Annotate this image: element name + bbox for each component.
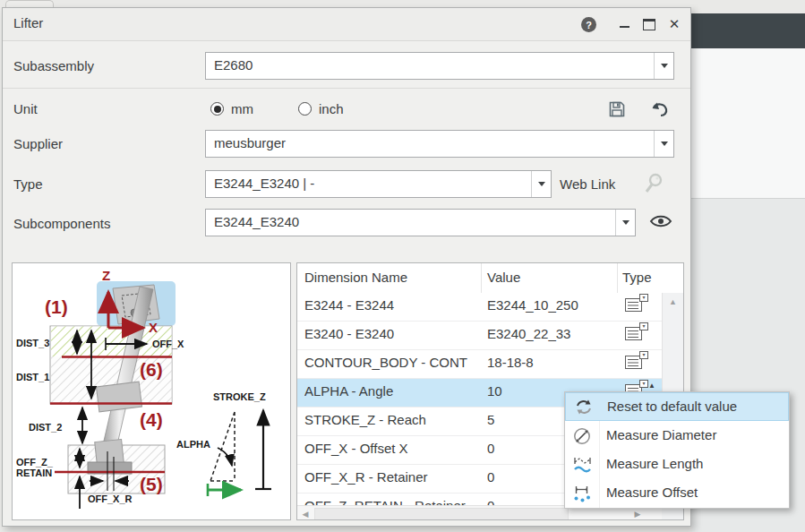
dialog-titlebar[interactable]: Lifter ? ✕ bbox=[3, 8, 690, 41]
subassembly-select[interactable]: E2680 bbox=[205, 52, 674, 80]
chevron-down-icon[interactable] bbox=[615, 210, 635, 236]
dialog-title: Lifter bbox=[13, 15, 43, 30]
save-icon[interactable] bbox=[608, 100, 626, 122]
dimension-name: E3240 - E3240 bbox=[304, 326, 478, 341]
radio-mm-label[interactable]: mm bbox=[231, 101, 253, 116]
supplier-label: Supplier bbox=[13, 136, 63, 151]
divider bbox=[3, 88, 690, 89]
type-list-icon[interactable]: ▾ bbox=[625, 298, 642, 315]
marker-6-label: (6) bbox=[140, 359, 163, 380]
dimension-value: 18-18-8 bbox=[487, 355, 614, 370]
lifter-diagram-panel: Z X (1) (6) (4) (5) DIST_3 DIST_1 OFF_X … bbox=[12, 262, 291, 520]
table-header: Dimension Name Value Type bbox=[297, 263, 683, 294]
col-dimension-name[interactable]: Dimension Name bbox=[304, 270, 407, 285]
scrollbar-thumb[interactable] bbox=[314, 508, 569, 520]
dimension-name: STROKE_Z - Reach bbox=[304, 412, 478, 427]
web-link-label[interactable]: Web Link bbox=[560, 176, 615, 192]
subassembly-value: E2680 bbox=[206, 53, 654, 79]
radio-mm[interactable] bbox=[210, 102, 224, 116]
measure-offset-icon bbox=[572, 484, 594, 503]
dimension-name: CONTOUR_BODY - CONT bbox=[304, 355, 478, 370]
menu-item-label: Measure Length bbox=[606, 456, 703, 471]
subcomponents-value: E3244_E3240 bbox=[206, 210, 615, 236]
close-icon[interactable]: ✕ bbox=[665, 16, 683, 32]
minimize-icon[interactable] bbox=[615, 16, 633, 32]
axis-x-label: X bbox=[149, 320, 158, 335]
type-list-icon[interactable]: ▾ bbox=[625, 356, 642, 373]
dimension-name: OFF_Z_RETAIN - Retainer bbox=[304, 498, 478, 505]
chevron-down-icon[interactable] bbox=[531, 171, 551, 197]
type-select[interactable]: E3244_E3240 | - bbox=[205, 170, 552, 198]
type-list-icon[interactable]: ▾ bbox=[625, 327, 642, 344]
marker-4-label: (4) bbox=[140, 409, 163, 430]
supplier-select[interactable]: meusburger bbox=[205, 130, 674, 158]
column-divider bbox=[617, 263, 618, 293]
offz-retain-label-1: OFF_Z_ bbox=[16, 457, 54, 468]
scroll-left-icon[interactable]: ◀ bbox=[297, 506, 313, 520]
dimension-value: E3244_10_250 bbox=[487, 297, 614, 313]
table-row[interactable]: CONTOUR_BODY - CONT 18-18-8 ▾ bbox=[297, 350, 662, 379]
marker-1-label: (1) bbox=[45, 296, 68, 317]
table-row[interactable]: E3240 - E3240 E3240_22_33 ▾ bbox=[297, 322, 662, 350]
lifter-schematic: Z X (1) (6) (4) (5) DIST_3 DIST_1 OFF_X … bbox=[13, 263, 290, 519]
help-icon[interactable]: ? bbox=[581, 17, 596, 32]
type-label: Type bbox=[13, 176, 43, 192]
app-background-light bbox=[691, 48, 805, 198]
context-menu: Reset to default value Measure Diameter … bbox=[564, 391, 790, 509]
radio-inch-label[interactable]: inch bbox=[319, 101, 344, 116]
dimension-name: ALPHA - Angle bbox=[304, 383, 478, 399]
dist1-label: DIST_1 bbox=[16, 372, 49, 382]
dimension-value: E3240_22_33 bbox=[487, 326, 614, 341]
eye-icon[interactable] bbox=[648, 212, 673, 234]
chevron-down-icon[interactable] bbox=[654, 131, 673, 157]
menu-item-label: Measure Offset bbox=[606, 485, 698, 500]
col-value[interactable]: Value bbox=[487, 270, 520, 285]
menu-item-measure-length[interactable]: Measure Length bbox=[565, 450, 789, 479]
dimension-name: OFF_X - Offset X bbox=[304, 441, 478, 456]
type-value: E3244_E3240 | - bbox=[206, 171, 531, 197]
menu-item-label: Reset to default value bbox=[607, 399, 737, 414]
maximize-icon[interactable] bbox=[640, 16, 658, 32]
subcomponents-select[interactable]: E3244_E3240 bbox=[205, 209, 636, 236]
menu-item-label: Measure Diameter bbox=[606, 427, 716, 442]
measure-length-icon bbox=[572, 455, 594, 475]
column-divider bbox=[481, 263, 482, 293]
scroll-up-icon[interactable]: ▲ bbox=[663, 293, 683, 311]
supplier-value: meusburger bbox=[206, 131, 654, 157]
radio-inch[interactable] bbox=[298, 102, 312, 116]
measure-diameter-icon bbox=[572, 426, 594, 446]
undo-icon[interactable] bbox=[649, 101, 671, 122]
chevron-down-icon[interactable] bbox=[654, 53, 673, 79]
marker-5-label: (5) bbox=[140, 474, 163, 494]
offz-retain-label-2: RETAIN bbox=[16, 468, 52, 478]
dist2-label: DIST_2 bbox=[29, 422, 62, 433]
offxr-label: OFF_X_R bbox=[88, 493, 133, 504]
strokez-label: STROKE_Z bbox=[213, 391, 266, 402]
axis-z-label: Z bbox=[102, 268, 110, 283]
spinner-up-icon[interactable]: ▲ bbox=[648, 382, 655, 390]
dimension-name: OFF_X_R - Retainer bbox=[304, 469, 478, 485]
offx-label: OFF_X bbox=[152, 339, 184, 349]
reset-icon bbox=[573, 398, 595, 417]
app-background-dark-band bbox=[691, 13, 805, 48]
subcomponents-label: Subcomponents bbox=[13, 216, 110, 231]
col-type[interactable]: Type bbox=[622, 270, 652, 285]
menu-item-measure-offset[interactable]: Measure Offset bbox=[565, 479, 789, 508]
table-row[interactable]: E3244 - E3244 E3244_10_250 ▾ bbox=[297, 293, 662, 322]
menu-item-measure-diameter[interactable]: Measure Diameter bbox=[565, 422, 789, 450]
unit-label: Unit bbox=[13, 101, 38, 116]
dist3-label: DIST_3 bbox=[16, 338, 49, 348]
menu-item-reset-default[interactable]: Reset to default value bbox=[565, 392, 789, 421]
web-link-search-icon bbox=[642, 171, 667, 200]
alpha-label: ALPHA bbox=[176, 439, 210, 450]
subassembly-label: Subassembly bbox=[13, 58, 94, 73]
dimension-name: E3244 - E3244 bbox=[304, 297, 478, 313]
